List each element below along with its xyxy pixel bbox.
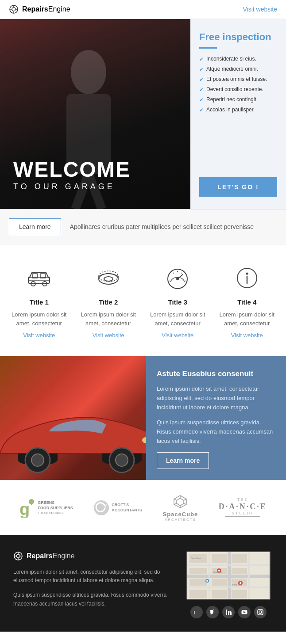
service-desc-3: Lorem ipsum dolor sit amet, consectetur (147, 310, 208, 328)
services-section: Title 1 Lorem ipsum dolor sit amet, cons… (0, 244, 286, 356)
footer: RepairsEngine Lorem ipsum dolor sit amet… (0, 535, 286, 632)
svg-line-50 (174, 503, 177, 504)
service-link-1[interactable]: Visit website (23, 332, 55, 339)
svg-line-25 (170, 281, 170, 282)
svg-text:f: f (193, 610, 195, 615)
tire-icon (93, 262, 124, 294)
inspection-divider (199, 47, 217, 49)
logo: RepairsEngine (9, 4, 70, 14)
svg-text:Park Blvd: Park Blvd (232, 583, 242, 586)
svg-point-93 (262, 610, 263, 611)
svg-rect-74 (189, 590, 207, 598)
svg-line-29 (182, 273, 182, 274)
svg-marker-45 (177, 498, 184, 506)
footer-right: Oak Street Main Ave Park Blvd f (184, 551, 273, 618)
svg-rect-76 (232, 590, 247, 598)
sponsors-section: g GREENS FOOD SUPPLIERS FRESH PRODUCE (0, 480, 286, 535)
svg-text:Oak Street: Oak Street (191, 557, 202, 560)
inspection-item: ✔Reperiri nec contingit. (199, 96, 277, 103)
svg-point-34 (31, 454, 44, 466)
service-title-1: Title 1 (30, 298, 49, 306)
service-title-2: Title 2 (99, 298, 118, 306)
logo-icon (9, 4, 19, 14)
svg-point-53 (16, 554, 20, 558)
svg-line-48 (184, 503, 186, 504)
twitter-icon[interactable] (206, 606, 219, 618)
service-desc-1: Lorem ipsum dolor sit amet, consectetur (9, 310, 70, 328)
svg-point-92 (259, 611, 262, 614)
check-icon: ✔ (199, 107, 204, 113)
footer-logo: RepairsEngine (13, 551, 171, 561)
gauge-icon (162, 262, 193, 294)
car-section-title: Astute Eusebius consenuit (157, 370, 275, 378)
inspection-title: Free inspection (199, 31, 277, 43)
header: RepairsEngine Visit website (0, 0, 286, 19)
footer-left: RepairsEngine Lorem ipsum dolor sit amet… (13, 551, 171, 614)
footer-logo-icon (13, 551, 23, 561)
car-content: Astute Eusebius consenuit Lorem ipsum do… (146, 356, 286, 480)
check-icon: ✔ (199, 76, 204, 83)
service-link-2[interactable]: Visit website (93, 332, 124, 339)
linkedin-icon[interactable] (222, 606, 235, 618)
learn-more-button[interactable]: Learn more (9, 218, 61, 235)
car-section-para2: Quis ipsum suspendisse ultrices gravida.… (157, 418, 275, 446)
learn-more-section: Learn more Apollinares cruribus pater mu… (0, 209, 286, 244)
facebook-icon[interactable]: f (190, 606, 203, 618)
svg-point-36 (116, 454, 128, 466)
inspection-panel: Free inspection ✔Inconsiderate si eius. … (190, 19, 286, 209)
services-grid: Title 1 Lorem ipsum dolor sit amet, cons… (9, 262, 277, 339)
car-section-para1: Lorem ipsum dolor sit amet, consectetur … (157, 385, 275, 412)
inspection-item: ✔Accolas in paulisper. (199, 107, 277, 113)
svg-line-28 (173, 273, 174, 274)
logo-text: RepairsEngine (22, 5, 70, 13)
svg-rect-91 (258, 610, 263, 615)
lets-go-button[interactable]: LET'S GO ! (199, 177, 277, 197)
hero-title-line2: TO OUR GARAGE (13, 182, 131, 191)
inspection-item: ✔Inconsiderate si eius. (199, 56, 277, 62)
service-link-4[interactable]: Visit website (231, 332, 263, 339)
check-icon: ✔ (199, 97, 204, 103)
svg-text:Main Ave: Main Ave (213, 571, 222, 574)
inspection-item: ✔Deverti consilio repente. (199, 86, 277, 93)
svg-rect-67 (232, 554, 247, 563)
car-learn-more-button[interactable]: Learn more (157, 452, 209, 469)
service-item-1: Title 1 Lorem ipsum dolor sit amet, cons… (9, 262, 70, 339)
check-icon: ✔ (199, 87, 204, 93)
service-title-4: Title 4 (237, 298, 256, 306)
service-title-3: Title 3 (168, 298, 187, 306)
svg-point-18 (104, 277, 113, 281)
svg-line-27 (185, 281, 186, 282)
hero-title-line1: WELCOME (13, 159, 131, 180)
svg-rect-75 (212, 590, 227, 598)
svg-rect-68 (189, 568, 207, 574)
check-icon: ✔ (199, 56, 204, 62)
service-link-3[interactable]: Visit website (162, 332, 193, 339)
visit-website-link[interactable]: Visit website (243, 6, 277, 13)
svg-point-1 (12, 8, 15, 11)
svg-text:g: g (19, 500, 30, 518)
sponsor-crofts: CROFT'S ACCOUNTANTS (93, 500, 142, 516)
learn-more-description: Apollinares cruribus pater multiplices p… (70, 223, 254, 230)
svg-line-51 (174, 499, 177, 500)
svg-rect-72 (212, 579, 227, 586)
svg-line-47 (184, 499, 186, 500)
check-icon: ✔ (199, 66, 204, 72)
service-item-3: Title 3 Lorem ipsum dolor sit amet, cons… (147, 262, 208, 339)
instagram-icon[interactable] (254, 606, 267, 618)
svg-rect-71 (189, 579, 207, 586)
svg-rect-70 (232, 568, 247, 574)
svg-rect-66 (212, 554, 227, 563)
hero-image: WELCOME TO OUR GARAGE (0, 19, 190, 209)
hero-text: WELCOME TO OUR GARAGE (13, 159, 131, 191)
footer-desc-1: Lorem ipsum dolor sit amet, consectetur … (13, 568, 171, 585)
footer-map[interactable]: Oak Street Main Ave Park Blvd (186, 551, 271, 600)
service-desc-2: Lorem ipsum dolor sit amet, consectetur (78, 310, 139, 328)
hero-section: WELCOME TO OUR GARAGE Free inspection ✔I… (0, 19, 286, 209)
svg-rect-87 (226, 611, 227, 615)
sponsor-dance: THE D·A·N·C·E STUDIO (219, 498, 267, 518)
footer-social: f (190, 606, 267, 618)
sponsor-greens: g GREENS FOOD SUPPLIERS FRESH PRODUCE (19, 498, 73, 518)
youtube-icon[interactable] (238, 606, 251, 618)
service-item-2: Title 2 Lorem ipsum dolor sit amet, cons… (78, 262, 139, 339)
footer-desc-2: Quis ipsum suspendisse ultrices gravida.… (13, 591, 171, 608)
